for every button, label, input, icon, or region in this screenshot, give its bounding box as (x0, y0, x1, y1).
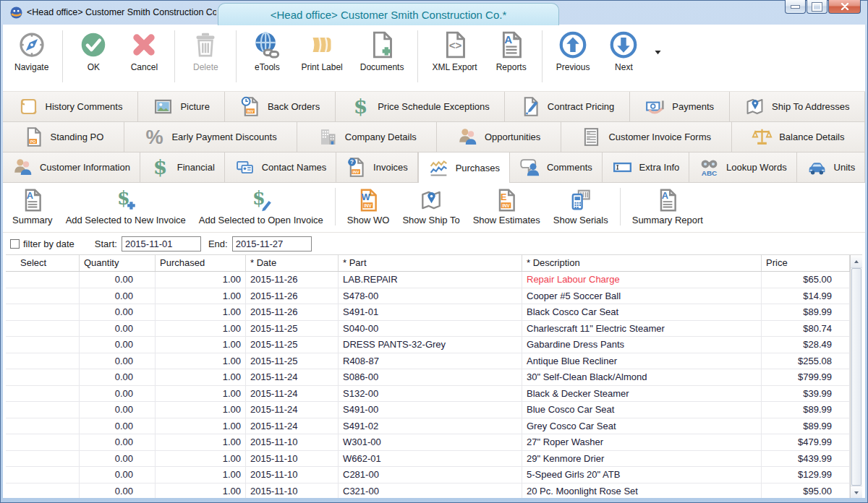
minimize-button[interactable] (785, 0, 806, 14)
next-button[interactable]: Next (598, 27, 649, 91)
vertical-scrollbar[interactable] (850, 255, 862, 498)
etools-button[interactable]: eTools (242, 27, 292, 91)
cell-select[interactable] (6, 321, 80, 338)
documents-button[interactable]: Documents (352, 27, 413, 91)
previous-button[interactable]: Previous (548, 27, 599, 91)
tab-ship-to-addresses[interactable]: Ship To Addresses (730, 92, 865, 121)
cell-select[interactable] (6, 386, 80, 403)
scroll-thumb[interactable] (851, 268, 861, 486)
scroll-down-button[interactable] (851, 486, 862, 498)
table-row[interactable]: 0.001.002015-11-10C281-005-Speed Girls 2… (6, 467, 850, 483)
show-estimates-button[interactable]: EINVShow Estimates (467, 188, 547, 225)
purchases-table: SelectQuantityPurchased* Date* Part* Des… (6, 254, 862, 498)
show-wo-button[interactable]: WINVShow WO (341, 188, 396, 225)
show-serials-button[interactable]: Show Serials (547, 188, 615, 225)
add-selected-to-new-invoice-button[interactable]: $Add Selected to New Invoice (59, 188, 192, 225)
column-header-part[interactable]: * Part (339, 255, 522, 271)
cell-select[interactable] (6, 418, 80, 435)
tab-back-orders[interactable]: INVBack Orders (225, 92, 335, 121)
cell-select[interactable] (6, 304, 80, 321)
column-header-price[interactable]: Price (762, 255, 850, 271)
add-selected-to-open-invoice-button[interactable]: $Add Selected to Open Invoice (192, 188, 330, 225)
table-row[interactable]: 0.001.002015-11-10C321-0020 Pc. Moonligh… (6, 483, 850, 499)
table-row[interactable]: 0.001.002015-11-10W301-0027" Roper Washe… (6, 434, 850, 451)
table-row[interactable]: 0.001.002015-11-24S132-00Black & Decker … (6, 386, 850, 403)
cell-select[interactable] (6, 451, 80, 468)
column-header-select[interactable]: Select (6, 255, 80, 271)
document-tab-label: <Head office> Customer Smith Constructio… (271, 9, 507, 21)
cell-purchased: 1.00 (156, 418, 246, 435)
column-header-quantity[interactable]: Quantity (80, 255, 156, 271)
xml-export-button[interactable]: <>XML Export (423, 27, 485, 91)
summary-report-button[interactable]: ASummary Report (626, 188, 710, 225)
cell-select[interactable] (6, 288, 80, 305)
column-header-purchased[interactable]: Purchased (156, 255, 246, 271)
table-row[interactable]: 0.001.002015-11-26S491-01Black Cosco Car… (6, 304, 850, 321)
tab-contact-names[interactable]: Contact Names (225, 152, 336, 182)
cell-date: 2015-11-10 (246, 434, 339, 451)
tab-price-schedule-exceptions[interactable]: $Price Schedule Exceptions (336, 92, 506, 121)
tab-units[interactable]: Units (797, 152, 865, 182)
maximize-button[interactable] (807, 0, 827, 14)
tab-invoices[interactable]: INV?Invoices (336, 152, 418, 182)
print-label-button[interactable]: Print Label (292, 27, 351, 91)
end-date-input[interactable] (232, 236, 312, 252)
window-controls (784, 0, 861, 14)
reports-button[interactable]: AReports (486, 27, 537, 91)
table-row[interactable]: 0.001.002015-11-24S491-02Grey Cosco Car … (6, 418, 850, 435)
tab-history-comments[interactable]: History Comments (3, 92, 138, 121)
scroll-up-icon (854, 260, 859, 263)
close-button[interactable] (828, 0, 861, 14)
cell-select[interactable] (6, 353, 80, 370)
action-toolbar: ASummary$Add Selected to New Invoice$Add… (3, 183, 865, 233)
summary-button[interactable]: ASummary (6, 188, 59, 225)
toolbar-more-button[interactable] (649, 27, 666, 91)
tab-customer-information[interactable]: Customer Information (3, 152, 140, 182)
tab-picture[interactable]: Picture (138, 92, 225, 121)
scroll-up-button[interactable] (851, 255, 862, 268)
filter-by-date-checkbox[interactable] (10, 239, 20, 249)
tab-customer-invoice-forms[interactable]: Customer Invoice Forms (561, 122, 732, 152)
ok-button[interactable]: OK (68, 27, 119, 91)
tab-label: Customer Information (40, 162, 130, 173)
tab-balance-details[interactable]: Balance Details (732, 122, 865, 152)
column-header-description[interactable]: * Description (522, 255, 762, 271)
svg-text:$: $ (252, 188, 265, 209)
tab-financial[interactable]: $Financial (140, 152, 225, 182)
cell-select[interactable] (6, 434, 80, 451)
table-row[interactable]: 0.001.002015-11-25R408-87Antique Blue Re… (6, 353, 850, 370)
column-header-date[interactable]: * Date (246, 255, 339, 271)
tab-extra-info[interactable]: Extra Info (603, 152, 689, 182)
table-row[interactable]: 0.001.002015-11-25DRESS PANTS-32-GreyGab… (6, 337, 850, 353)
show-ship-to-button[interactable]: Show Ship To (396, 188, 466, 225)
table-row[interactable]: 0.001.002015-11-10W662-0129" Kenmore Dri… (6, 451, 850, 468)
cell-quantity: 0.00 (80, 288, 156, 305)
cell-purchased: 1.00 (156, 467, 246, 483)
tab-standing-po[interactable]: POStanding PO (3, 122, 124, 152)
delete-button[interactable]: Delete (180, 27, 231, 91)
table-row[interactable]: 0.001.002015-11-26S478-00Cooper #5 Socce… (6, 288, 850, 305)
start-date-input[interactable] (122, 236, 201, 252)
cell-select[interactable] (6, 369, 80, 386)
document-tab[interactable]: <Head office> Customer Smith Constructio… (218, 3, 559, 25)
cell-select[interactable] (6, 402, 80, 418)
cell-select[interactable] (6, 483, 80, 499)
table-row[interactable]: 0.001.002015-11-24S086-0030" Self-Clean … (6, 369, 850, 386)
tab-comments[interactable]: Comments (510, 152, 603, 182)
table-row[interactable]: 0.001.002015-11-24S491-00Blue Cosco Car … (6, 402, 850, 418)
cell-select[interactable] (6, 467, 80, 483)
tab-early-payment-discounts[interactable]: %Early Payment Discounts (124, 122, 297, 152)
tab-company-details[interactable]: Company Details (297, 122, 437, 152)
cancel-button[interactable]: Cancel (119, 27, 169, 91)
cell-select[interactable] (6, 337, 80, 353)
cell-select[interactable] (6, 272, 80, 288)
tab-contract-pricing[interactable]: Contract Pricing (505, 92, 629, 121)
table-row[interactable]: 0.001.002015-11-25S040-00Charlescraft 11… (6, 321, 850, 338)
svg-text:INV: INV (353, 170, 359, 174)
table-row[interactable]: 0.001.002015-11-26LAB.REPAIRRepair Labou… (6, 272, 850, 288)
navigate-button[interactable]: Navigate (6, 27, 57, 91)
tab-payments[interactable]: Payments (630, 92, 730, 121)
tab-lookup-words[interactable]: ABCLookup Words (689, 152, 796, 182)
tab-purchases[interactable]: Purchases (418, 152, 510, 183)
tab-opportunities[interactable]: Opportunities (437, 122, 561, 152)
